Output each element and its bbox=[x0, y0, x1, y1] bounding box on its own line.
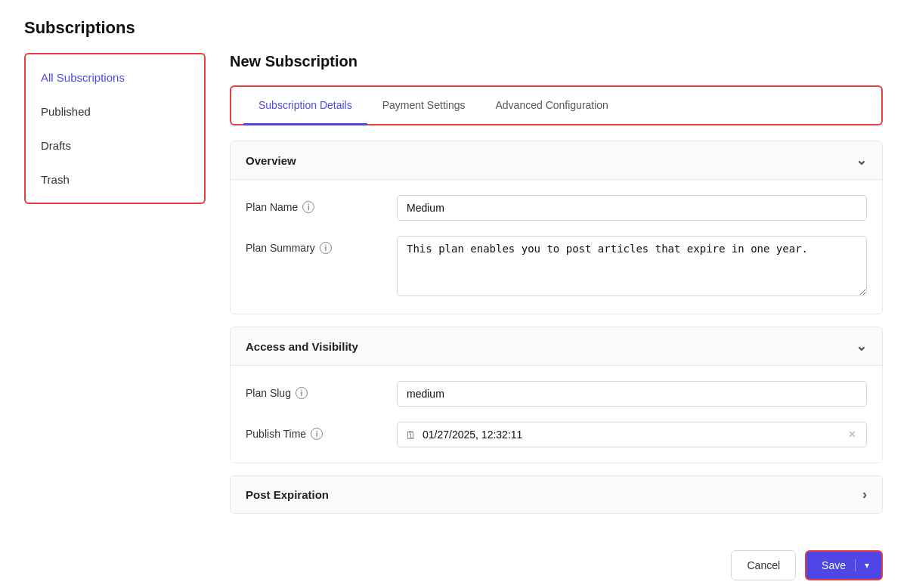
publish-time-control: 🗓 01/27/2025, 12:32:11 × bbox=[397, 422, 867, 447]
datetime-value: 01/27/2025, 12:32:11 bbox=[423, 422, 846, 447]
overview-chevron-icon: ⌄ bbox=[856, 152, 867, 169]
tab-payment-settings[interactable]: Payment Settings bbox=[367, 87, 481, 125]
plan-summary-textarea[interactable]: This plan enables you to post articles t… bbox=[397, 236, 867, 296]
plan-name-row: Plan Name i bbox=[246, 195, 867, 221]
plan-slug-info-icon: i bbox=[296, 387, 308, 399]
tab-subscription-details[interactable]: Subscription Details bbox=[243, 87, 367, 125]
main-content: New Subscription Subscription Details Pa… bbox=[230, 53, 883, 580]
calendar-icon: 🗓 bbox=[405, 429, 416, 441]
publish-time-label: Publish Time i bbox=[246, 422, 397, 440]
plan-slug-row: Plan Slug i bbox=[246, 381, 867, 407]
plan-name-input[interactable] bbox=[397, 195, 867, 221]
post-expiration-section-title: Post Expiration bbox=[246, 488, 329, 501]
plan-name-control bbox=[397, 195, 867, 221]
post-expiration-chevron-icon: › bbox=[862, 487, 867, 503]
sidebar-item-published[interactable]: Published bbox=[26, 94, 204, 128]
overview-section-header[interactable]: Overview ⌄ bbox=[231, 141, 882, 179]
save-button-label: Save bbox=[822, 559, 846, 571]
access-visibility-chevron-icon: ⌄ bbox=[856, 338, 867, 354]
publish-time-info-icon: i bbox=[311, 428, 323, 440]
sidebar-item-drafts[interactable]: Drafts bbox=[26, 128, 204, 162]
sidebar-item-trash[interactable]: Trash bbox=[26, 162, 204, 197]
plan-name-info-icon: i bbox=[302, 201, 314, 213]
plan-summary-label: Plan Summary i bbox=[246, 236, 397, 254]
plan-slug-control bbox=[397, 381, 867, 407]
overview-section-title: Overview bbox=[246, 154, 296, 167]
cancel-button[interactable]: Cancel bbox=[731, 550, 796, 580]
save-button[interactable]: Save ▾ bbox=[805, 550, 883, 580]
post-expiration-section: Post Expiration › bbox=[230, 475, 883, 514]
plan-summary-info-icon: i bbox=[320, 242, 332, 254]
tabs-container: Subscription Details Payment Settings Ad… bbox=[230, 85, 883, 125]
footer: Cancel Save ▾ bbox=[230, 544, 883, 580]
sidebar: All Subscriptions Published Drafts Trash bbox=[24, 53, 206, 204]
publish-time-row: Publish Time i 🗓 01/27/2025, 12:32:11 × bbox=[246, 422, 867, 447]
save-button-divider bbox=[855, 559, 856, 571]
plan-summary-row: Plan Summary i This plan enables you to … bbox=[246, 236, 867, 299]
plan-name-label: Plan Name i bbox=[246, 195, 397, 213]
access-visibility-section-body: Plan Slug i Publish Time i bbox=[231, 366, 882, 463]
plan-summary-control: This plan enables you to post articles t… bbox=[397, 236, 867, 299]
plan-slug-label: Plan Slug i bbox=[246, 381, 397, 399]
sidebar-item-all-subscriptions[interactable]: All Subscriptions bbox=[26, 60, 204, 94]
access-visibility-section-title: Access and Visibility bbox=[246, 340, 358, 353]
post-expiration-section-header[interactable]: Post Expiration › bbox=[231, 476, 882, 513]
page-title: Subscriptions bbox=[24, 18, 883, 38]
access-visibility-section: Access and Visibility ⌄ Plan Slug i bbox=[230, 326, 883, 463]
access-visibility-section-header[interactable]: Access and Visibility ⌄ bbox=[231, 327, 882, 365]
datetime-wrapper[interactable]: 🗓 01/27/2025, 12:32:11 × bbox=[397, 422, 867, 447]
tab-advanced-configuration[interactable]: Advanced Configuration bbox=[480, 87, 623, 125]
save-dropdown-icon[interactable]: ▾ bbox=[865, 560, 869, 571]
main-title: New Subscription bbox=[230, 53, 883, 70]
overview-section-body: Plan Name i Plan Summary i bbox=[231, 180, 882, 314]
datetime-clear-icon[interactable]: × bbox=[846, 425, 859, 444]
plan-slug-input[interactable] bbox=[397, 381, 867, 407]
overview-section: Overview ⌄ Plan Name i bbox=[230, 141, 883, 314]
